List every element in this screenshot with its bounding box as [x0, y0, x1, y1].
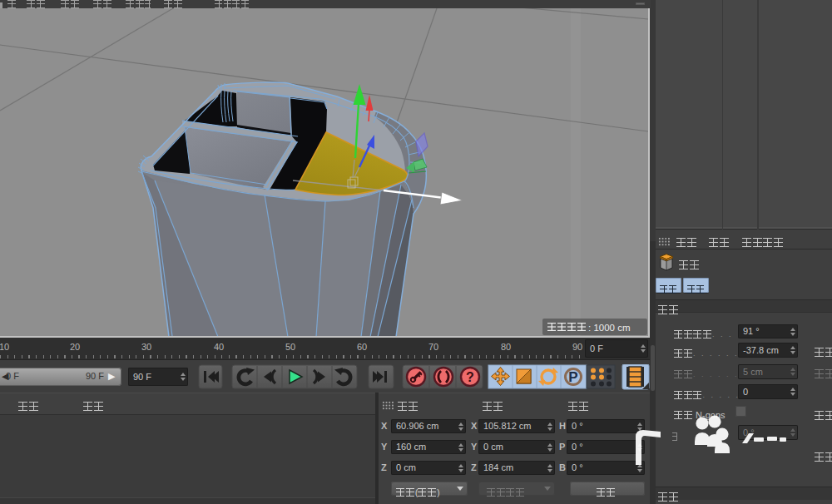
svg-text:P: P [568, 369, 577, 385]
svg-text:: 1000 cm: : 1000 cm [588, 323, 631, 333]
svg-text:?: ? [466, 370, 474, 384]
